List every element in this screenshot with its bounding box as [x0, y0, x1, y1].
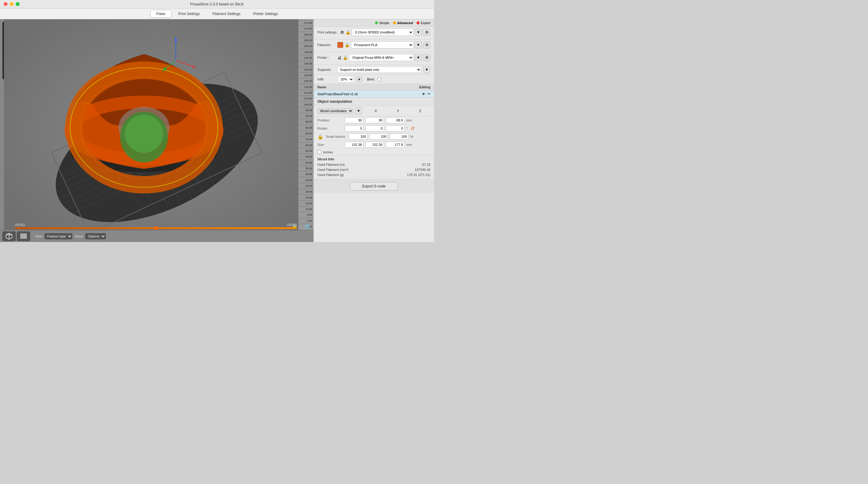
manip-x-header: X — [366, 109, 386, 113]
mode-simple[interactable]: Simple — [375, 21, 390, 25]
infill-expand-btn[interactable]: ▼ — [356, 76, 362, 82]
titlebar: PrusaSlicer-2.3.0 based on Slic3r — [0, 0, 434, 8]
rotate-reset-btn[interactable]: ↺ — [409, 125, 415, 131]
inches-checkbox[interactable] — [317, 150, 321, 154]
scale-y-input[interactable] — [369, 133, 388, 140]
filament-dropdown[interactable]: Prusament PLA — [351, 41, 413, 49]
position-y-input[interactable] — [365, 117, 384, 123]
mode-simple-label: Simple — [379, 21, 390, 25]
ruler-mark: 104.95 — [299, 101, 313, 107]
scale-z-input[interactable] — [390, 133, 408, 140]
main-layout: Feature type Time Percentage Perimeter 2… — [0, 19, 434, 242]
tab-print-settings[interactable]: Print Settings — [173, 10, 206, 18]
infill-row: Infill: 20% ▼ Brim: — [314, 75, 434, 84]
scale-bar-area: 292052 292946 — [15, 223, 297, 229]
tab-filament-settings[interactable]: Filament Settings — [207, 10, 246, 18]
ruler-mark: 99.95 — [299, 107, 313, 113]
layer-view-button[interactable] — [17, 232, 30, 241]
ruler-mark: 125.00 — [299, 78, 313, 84]
ruler-mark: 35.00 — [299, 183, 313, 189]
ruler-mark: 84.95 — [299, 125, 313, 130]
print-settings-machine-icon: ⚙ — [340, 30, 344, 35]
object-edit-icon[interactable]: ✏ — [428, 92, 430, 96]
size-z-input[interactable] — [386, 142, 404, 148]
sliced-filament-g-label: Used Filament (g) — [317, 173, 344, 177]
ruler-mark: 24.95 — [299, 194, 313, 200]
filament-lock-icon: 🔒 — [344, 42, 350, 47]
size-y-input[interactable] — [365, 142, 384, 148]
mode-expert[interactable]: Expert — [416, 21, 430, 25]
manip-z-header: Z — [410, 109, 430, 113]
minimize-button[interactable] — [10, 2, 13, 6]
ruler-mark: 134.95 — [299, 67, 313, 72]
print-settings-label: Print settings : — [317, 30, 338, 34]
ruler-mark: 110.00 — [299, 95, 313, 101]
viewport-panel[interactable]: Feature type Time Percentage Perimeter 2… — [0, 19, 313, 242]
mode-expert-label: Expert — [421, 21, 430, 25]
ruler-mark: 65.00 — [299, 148, 313, 154]
printer-gear-btn[interactable]: ⚙ — [423, 54, 430, 61]
position-z-input[interactable] — [386, 117, 404, 123]
feature-type-select[interactable]: Feature type — [44, 233, 72, 239]
lock-icon[interactable]: 🔒 — [292, 223, 298, 229]
rotate-x-input[interactable] — [345, 125, 364, 131]
object-filename: SideProjectBaseFinal v1.stl — [317, 92, 422, 96]
ruler-mark: 89.95 — [299, 119, 313, 124]
object-list-item[interactable]: SideProjectBaseFinal v1.stl 👁 ✏ — [314, 90, 434, 98]
size-x-input[interactable] — [345, 142, 364, 148]
show-options-select[interactable]: Options — [85, 233, 106, 239]
mode-advanced[interactable]: Advanced — [393, 21, 413, 25]
filament-expand-btn[interactable]: ▼ — [415, 41, 422, 49]
print-settings-gear-btn[interactable]: ⚙ — [423, 29, 430, 36]
sliced-filament-mm3-value: 137345.42 — [415, 168, 430, 172]
ruler-mark: 9.95 — [299, 212, 313, 218]
scale-x-input[interactable] — [349, 133, 367, 140]
printer-expand-btn[interactable]: ▼ — [415, 54, 422, 61]
tab-plater[interactable]: Plater — [150, 10, 171, 18]
filament-settings-row: Filament : 🔒 Prusament PLA ▼ ⚙ — [317, 41, 430, 49]
filament-color-swatch[interactable] — [337, 42, 343, 48]
print-settings-dropdown[interactable]: 0.15mm SPEED (modified) — [352, 29, 413, 36]
scale-lock-icon[interactable]: 🔒 — [317, 134, 323, 140]
supports-expand-btn[interactable]: ▼ — [423, 66, 430, 73]
filament-settings-input-group: 🔒 Prusament PLA ▼ ⚙ — [337, 41, 430, 49]
position-unit: mm — [406, 118, 412, 122]
supports-dropdown[interactable]: Support on build plate only — [337, 66, 421, 73]
rotate-unit: ° — [406, 127, 407, 130]
export-gcode-button[interactable]: Export G-code — [350, 182, 398, 190]
mode-advanced-label: Advanced — [397, 21, 413, 25]
ruler-mark: 155.00 — [299, 43, 313, 49]
position-row: Position: mm — [314, 116, 434, 124]
maximize-button[interactable] — [16, 2, 20, 6]
rotate-z-input[interactable] — [386, 125, 404, 131]
ruler-mark: 45.95 — [299, 171, 313, 177]
sliced-filament-mm3-row: Used Filament (mm³) 137345.42 — [317, 167, 430, 172]
position-x-input[interactable] — [345, 117, 364, 123]
brim-checkbox[interactable] — [377, 78, 381, 81]
ruler-mark: 20.00 — [299, 201, 313, 206]
view-label: View — [35, 235, 42, 238]
print-settings-expand-btn[interactable]: ▼ — [415, 29, 422, 36]
infill-label: Infill: — [317, 78, 336, 81]
gear-icon[interactable]: ⚙️ — [304, 223, 310, 229]
filament-gear-btn[interactable]: ⚙ — [423, 41, 430, 49]
scale-bar[interactable] — [15, 227, 297, 229]
tab-printer-settings[interactable]: Printer Settings — [247, 10, 284, 18]
ruler-mark: 59.95 — [299, 154, 313, 159]
object-visible-icon[interactable]: 👁 — [422, 92, 425, 96]
print-settings-lock-icon: 🔒 — [345, 30, 350, 35]
filament-settings-section: Filament : 🔒 Prusament PLA ▼ ⚙ — [314, 39, 434, 52]
right-panel: Simple Advanced Expert Print settings : … — [313, 19, 434, 242]
rotate-y-input[interactable] — [365, 125, 384, 131]
window-title: PrusaSlicer-2.3.0 based on Slic3r — [190, 2, 244, 6]
cube-view-button[interactable] — [2, 232, 16, 241]
ruler-mark: 119.95 — [299, 84, 313, 90]
ruler-mark: 69.95 — [299, 142, 313, 148]
infill-dropdown[interactable]: 20% — [338, 76, 354, 83]
world-coord-expand-btn[interactable]: ▼ — [355, 107, 362, 115]
sliced-filament-m-label: Used Filament (m) — [317, 163, 344, 167]
scale-ruler: 174.95170.00164.95159.95155.00149.95144.… — [299, 19, 313, 230]
world-coord-dropdown[interactable]: World coordinates — [317, 108, 353, 114]
close-button[interactable] — [4, 2, 7, 6]
printer-dropdown[interactable]: Original Prusa MINI & MINI+ — [349, 54, 413, 61]
